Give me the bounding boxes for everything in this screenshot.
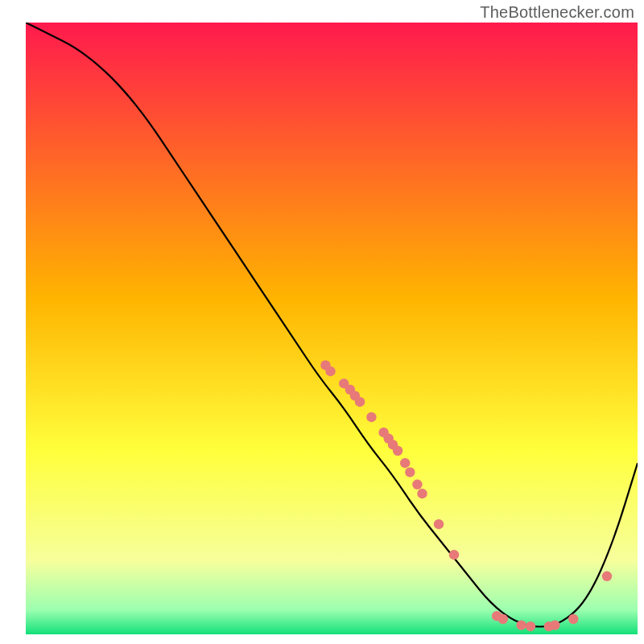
plot-area [26, 23, 638, 634]
data-point [417, 489, 427, 498]
data-point [412, 480, 422, 489]
data-point [405, 467, 415, 477]
data-point [434, 519, 444, 529]
gradient-background [26, 23, 638, 634]
data-point [325, 366, 335, 376]
data-point [498, 614, 508, 624]
attribution-text: TheBottlenecker.com [480, 3, 634, 22]
data-point [568, 614, 578, 624]
data-point [393, 446, 402, 456]
data-point [526, 621, 535, 631]
data-point [516, 620, 526, 630]
data-point [602, 572, 612, 581]
data-point [550, 620, 559, 630]
data-point [449, 550, 459, 559]
data-point [355, 397, 365, 407]
chart-svg [26, 23, 638, 634]
data-point [400, 458, 410, 468]
data-point [366, 412, 376, 422]
